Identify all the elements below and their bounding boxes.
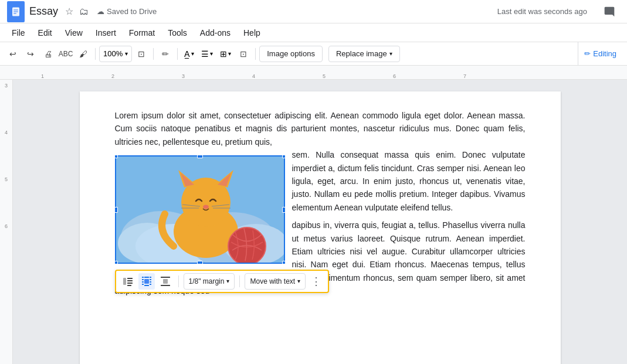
print-button[interactable]: 🖨: [40, 46, 56, 62]
svg-rect-35: [150, 281, 151, 283]
side-num-6: 6: [5, 223, 8, 270]
spellcheck-button[interactable]: ABC: [57, 46, 74, 62]
image-toolbar: 1/8" margin ▾ Move with text ▾ ⋮: [115, 270, 330, 293]
title-icons: ☆ 🗂: [64, 5, 90, 18]
menu-view[interactable]: View: [59, 26, 89, 40]
doc-title[interactable]: Essay: [29, 5, 58, 18]
svg-rect-36: [150, 284, 151, 285]
svg-rect-38: [144, 285, 149, 286]
zoom-dropdown-icon: ▾: [125, 50, 128, 57]
undo-button[interactable]: ↩: [5, 46, 21, 62]
crop-button[interactable]: ⊡: [235, 46, 252, 62]
content-area: 3 4 5 6 Lorem ipsum dolor sit amet, cons…: [0, 80, 627, 364]
document-page: Lorem ipsum dolor sit amet, consectetuer…: [80, 91, 561, 364]
menu-tools[interactable]: Tools: [162, 26, 193, 40]
zoom-value: 100%: [103, 49, 123, 58]
document-text: Lorem ipsum dolor sit amet, consectetuer…: [115, 109, 526, 297]
margin-selector[interactable]: 1/8" margin ▾: [184, 273, 235, 290]
handle-bottom-middle[interactable]: [197, 261, 203, 264]
highlight-icon: A̲: [184, 49, 190, 59]
wrap-inline-button[interactable]: [120, 273, 136, 290]
handle-middle-left[interactable]: [115, 207, 118, 213]
menu-format[interactable]: Format: [123, 26, 161, 40]
line-spacing-icon: ☰: [201, 49, 209, 59]
image-options-button[interactable]: Image options: [259, 46, 323, 62]
handle-top-right[interactable]: [282, 155, 285, 158]
menu-insert[interactable]: Insert: [90, 26, 122, 40]
move-dropdown-icon: ▾: [297, 277, 300, 286]
wrap-around-button[interactable]: [138, 273, 155, 290]
edit-icon: ✏: [584, 49, 591, 58]
svg-rect-27: [127, 285, 131, 286]
zoom-selector[interactable]: 100% ▾: [99, 46, 132, 62]
svg-rect-25: [127, 280, 133, 281]
margin-label: 1/8" margin: [189, 276, 225, 287]
columns-dropdown[interactable]: ⊞ ▾: [217, 46, 234, 62]
redo-button[interactable]: ↪: [22, 46, 39, 62]
handle-top-middle[interactable]: [197, 155, 203, 158]
line-spacing-dropdown-icon: ▾: [210, 50, 213, 57]
columns-dropdown-icon: ▾: [228, 50, 231, 57]
zoom-fit-button[interactable]: ⊡: [133, 46, 150, 62]
line-spacing-dropdown[interactable]: ☰ ▾: [198, 46, 216, 62]
more-options-button[interactable]: ⋮: [308, 273, 324, 290]
svg-rect-41: [161, 285, 170, 286]
handle-middle-right[interactable]: [282, 207, 285, 213]
wrap-break-button[interactable]: [157, 273, 174, 290]
star-icon[interactable]: ☆: [64, 5, 74, 18]
side-num-4: 4: [5, 129, 8, 176]
paint-format-button[interactable]: 🖌: [75, 46, 91, 62]
highlight-color-dropdown[interactable]: A̲ ▾: [181, 46, 197, 62]
image-box: [115, 155, 285, 264]
editing-label: Editing: [593, 49, 616, 58]
cloud-save-status: ☁ Saved to Drive: [97, 7, 157, 16]
separator3: [177, 48, 178, 60]
columns-icon: ⊞: [220, 49, 227, 59]
selected-image[interactable]: 1/8" margin ▾ Move with text ▾ ⋮: [115, 155, 285, 264]
editing-mode-button[interactable]: ✏ Editing: [578, 42, 622, 65]
move-with-text-button[interactable]: Move with text ▾: [245, 273, 306, 290]
edit-pen-button[interactable]: ✏: [157, 46, 174, 62]
side-ruler: 3 4 5 6: [0, 80, 13, 364]
separator4: [255, 48, 256, 60]
svg-point-16: [203, 205, 209, 209]
replace-image-dropdown-icon: ▾: [389, 50, 392, 57]
cat-illustration: [115, 155, 285, 264]
svg-rect-29: [142, 277, 144, 278]
menu-addons[interactable]: Add-ons: [194, 26, 236, 40]
image-float-container[interactable]: 1/8" margin ▾ Move with text ▾ ⋮: [115, 155, 285, 267]
handle-bottom-right[interactable]: [282, 261, 285, 264]
menu-file[interactable]: File: [6, 26, 31, 40]
svg-rect-28: [144, 279, 149, 284]
svg-rect-34: [150, 279, 151, 280]
svg-rect-33: [150, 277, 151, 278]
last-edit-text: Last edit was seconds ago: [497, 7, 587, 16]
doc-page: Lorem ipsum dolor sit amet, consectetuer…: [13, 80, 627, 364]
menu-bar: File Edit View Insert Format Tools Add-o…: [0, 23, 627, 42]
replace-image-button[interactable]: Replace image ▾: [328, 46, 400, 62]
side-num-5: 5: [5, 176, 8, 223]
margin-dropdown-icon: ▾: [226, 277, 229, 286]
svg-rect-30: [142, 279, 144, 280]
cloud-icon: ☁: [97, 7, 104, 16]
title-bar: Essay ☆ 🗂 ☁ Saved to Drive Last edit was…: [0, 0, 627, 23]
svg-rect-26: [127, 283, 133, 284]
move-with-text-label: Move with text: [250, 276, 295, 287]
image-options-label: Image options: [267, 49, 315, 58]
separator: [95, 48, 96, 60]
svg-rect-32: [142, 284, 144, 285]
replace-image-label: Replace image: [336, 49, 387, 58]
handle-top-left[interactable]: [115, 155, 118, 158]
svg-rect-39: [163, 279, 168, 284]
toolbar-sep2: [239, 275, 240, 287]
svg-rect-40: [161, 277, 170, 278]
folder-icon[interactable]: 🗂: [78, 5, 90, 18]
handle-bottom-left[interactable]: [115, 261, 118, 264]
svg-rect-23: [123, 278, 126, 285]
highlight-dropdown-icon: ▾: [191, 50, 194, 57]
menu-edit[interactable]: Edit: [32, 26, 58, 40]
comment-button[interactable]: [599, 1, 620, 22]
svg-rect-31: [142, 281, 144, 283]
svg-rect-24: [127, 278, 133, 279]
menu-help[interactable]: Help: [238, 26, 266, 40]
